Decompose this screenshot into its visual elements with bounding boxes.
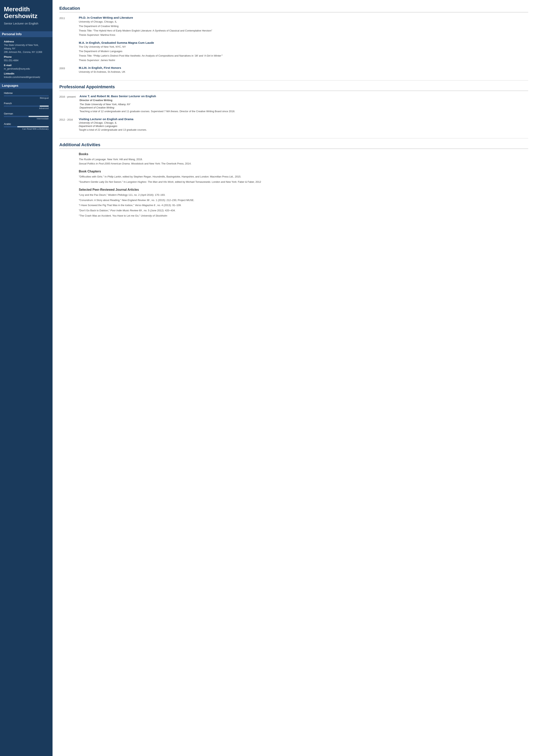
linkedin-value: linkedin.com/in/meredithgershowitz (4, 75, 49, 79)
journal-title: Selected Peer-Reviewed Journal Articles (79, 188, 528, 192)
entry-title: Ph.D. in Creative Writing and Literature (79, 16, 528, 19)
books-list: The Rustle of Language. New York: Hill a… (79, 157, 528, 166)
book-chapters-subsection: Book Chapters "Difficulties with Girls."… (79, 170, 528, 184)
entry-title: M.Litt. in English, First Honors (79, 66, 528, 69)
sidebar: Meredith Gershowitz Senior Lecturer on E… (0, 0, 52, 756)
education-title: Education (59, 6, 528, 13)
education-entry: 2011 Ph.D. in Creative Writing and Liter… (59, 16, 528, 38)
entry-text: The Department of Modern Languages (79, 49, 528, 53)
language-item: Arabic Can Read With a Dictionary (4, 122, 49, 130)
entry-subtitle-italic: University of Chicago, Chicago, IL (79, 121, 528, 124)
entry-content: Anne T. and Robert M. Bass Senior Lectur… (80, 94, 528, 114)
language-bar-fill (4, 126, 17, 127)
language-item: French Advanced (4, 102, 49, 109)
education-list: 2011 Ph.D. in Creative Writing and Liter… (59, 16, 528, 74)
entry-text: Thesis Supervisor: Martina Knox (79, 33, 528, 37)
language-bar-fill (4, 116, 29, 117)
linkedin-label: LinkedIn (4, 72, 49, 75)
additional-title: Additional Activities (59, 142, 528, 149)
entry-subtitle-italic: Department of Modern Languages (79, 124, 528, 127)
address-label: Address (4, 40, 49, 43)
language-bar-fill (4, 95, 49, 96)
entry-subtitle-italic: The State University of New York, Albany… (80, 103, 528, 106)
journal-entry: "Conundrum: A Story about Reading," New … (79, 198, 528, 202)
book-chapters-list: "Difficulties with Girls." In Philip Lar… (79, 175, 528, 184)
language-bar-fill (4, 106, 40, 107)
entry-text: Taught a total of 22 undergraduate and 1… (79, 128, 528, 132)
entry-content: Ph.D. in Creative Writing and Literature… (79, 16, 528, 38)
appointments-title: Professional Appointments (59, 84, 528, 91)
book-entry: The Rustle of Language. New York: Hill a… (79, 157, 528, 162)
main-content: Education 2011 Ph.D. in Creative Writing… (52, 0, 535, 756)
additional-entries: Books The Rustle of Language. New York: … (79, 152, 528, 218)
entry-year (59, 41, 75, 63)
journal-entry: "Don't Go Back to Dalston," Poor Indie M… (79, 208, 528, 213)
entry-content: Visiting Lecturer on English and Drama U… (79, 118, 528, 132)
appointments-section: Professional Appointments 2016 - present… (59, 84, 528, 132)
entry-subtitle-italic: Department of Creative Writing (80, 106, 528, 109)
book-entry: Sexual Politics in Post-2000 American Dr… (79, 162, 528, 166)
languages-list: Hebrew Bibingual French Advanced German … (4, 92, 49, 130)
appointments-list: 2016 - present Anne T. and Robert M. Bas… (59, 94, 528, 132)
entry-title: Visiting Lecturer on English and Drama (79, 118, 528, 121)
entry-text: Teaching a total of 12 undergraduate and… (80, 109, 528, 114)
language-name: French (4, 102, 49, 105)
language-bar (4, 116, 49, 117)
entry-content: M.A. in English, Graduated Summa Magna C… (79, 41, 528, 63)
appointment-entry: 2012 - 2016 Visiting Lecturer on English… (59, 118, 528, 132)
entry-year: 2016 - present (59, 94, 76, 114)
sidebar-title: Senior Lecturer on English (4, 21, 49, 25)
phone-value: 551-251-4884 (4, 59, 49, 62)
entry-title: Anne T. and Robert M. Bass Senior Lectur… (80, 94, 528, 98)
language-name: Arabic (4, 122, 49, 125)
entry-text: Thesis Title: “Philip Larkin’s Distinct … (79, 54, 528, 58)
education-section: Education 2011 Ph.D. in Creative Writing… (59, 6, 528, 74)
entry-text: University of Chicago, Chicago, IL (79, 20, 528, 24)
entry-title: M.A. in English, Graduated Summa Magna C… (79, 41, 528, 44)
journal-subsection: Selected Peer-Reviewed Journal Articles … (79, 188, 528, 218)
linkedin-block: LinkedIn linkedin.com/in/meredithgershow… (4, 72, 49, 79)
books-title: Books (79, 152, 528, 156)
journal-entry: "I Have Screwed the Pig That Was in the … (79, 203, 528, 207)
entry-year: 2011 (59, 16, 75, 38)
languages-section: Languages Hebrew Bibingual French Advanc… (4, 83, 49, 130)
additional-section: Additional Activities Books The Rustle o… (59, 142, 528, 218)
entry-text: University of St Andrews, St Andrews, UK (79, 70, 528, 74)
address-value: The State University of New York,Albany,… (4, 43, 49, 54)
language-level: Can Read With a Dictionary (4, 128, 49, 130)
language-item: Hebrew Bibingual (4, 92, 49, 99)
email-value: m_gershowitz@suny.edu (4, 67, 49, 70)
entry-content: M.Litt. in English, First Honors Univers… (79, 66, 528, 74)
email-label: E-mail (4, 64, 49, 67)
books-subsection: Books The Rustle of Language. New York: … (79, 152, 528, 166)
phone-label: Phone (4, 55, 49, 58)
address-block: Address The State University of New York… (4, 40, 49, 54)
language-level: Intermediate (4, 118, 49, 120)
entry-text: Thesis Title: “The Hybrid Hero of Early … (79, 29, 528, 33)
languages-section-title: Languages (0, 83, 52, 89)
language-item: German Intermediate (4, 112, 49, 120)
language-level: Advanced (4, 107, 49, 109)
language-bar (4, 126, 49, 127)
language-name: Hebrew (4, 92, 49, 94)
phone-block: Phone 551-251-4884 (4, 55, 49, 62)
education-entry: 2003 M.Litt. in English, First Honors Un… (59, 66, 528, 74)
book-chapters-title: Book Chapters (79, 170, 528, 173)
entry-text: The City University of New York, NYC, NY (79, 45, 528, 49)
journal-list: "Livy and the Pax Deum," Modern Philolog… (79, 193, 528, 218)
language-name: German (4, 112, 49, 115)
journal-entry: "The Crash Was an Accident. You Have to … (79, 214, 528, 218)
language-bar (4, 95, 49, 96)
language-level: Bibingual (4, 97, 49, 99)
entry-year: 2012 - 2016 (59, 118, 75, 132)
entry-text: Thesis Supervisor: James Nutini (79, 58, 528, 63)
personal-info-section-title: Personal Info (0, 31, 52, 37)
entry-text: The Department of Creative Writing (79, 24, 528, 28)
education-entry: M.A. in English, Graduated Summa Magna C… (59, 41, 528, 63)
entry-subtitle-bold: Director of Creative Writing (80, 98, 528, 102)
chapter-entry: "Southern Gentle Lady Do Not Swoon." In … (79, 180, 528, 184)
chapter-entry: "Difficulties with Girls." In Philip Lar… (79, 175, 528, 179)
sidebar-name: Meredith Gershowitz (4, 6, 49, 19)
entry-year: 2003 (59, 66, 75, 74)
email-block: E-mail m_gershowitz@suny.edu (4, 64, 49, 70)
